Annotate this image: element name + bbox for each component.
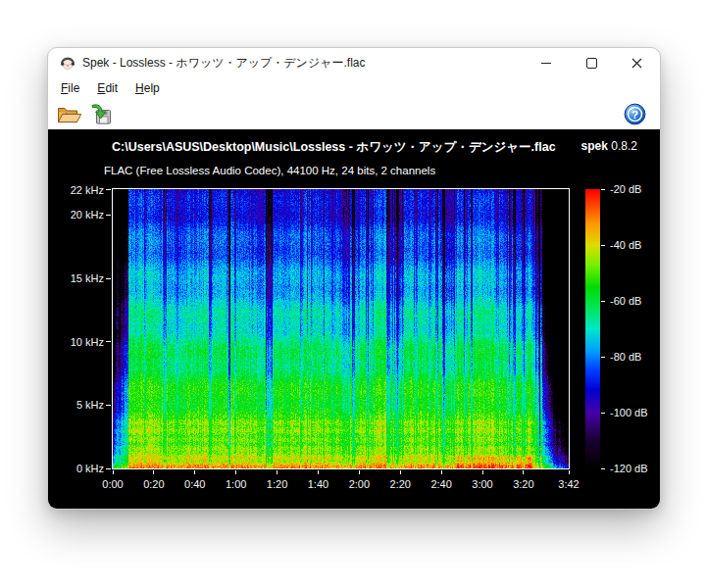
x-tick (441, 470, 442, 474)
format-info-line: FLAC (Free Lossless Audio Codec), 44100 … (104, 165, 435, 176)
x-tick-label: 2:00 (337, 477, 380, 491)
y-tick (106, 341, 111, 342)
save-disk-arrow-icon (89, 104, 113, 125)
y-tick-label: 0 kHz (48, 462, 104, 475)
x-tick-label: 2:20 (378, 477, 422, 491)
x-tick-label: 0:00 (91, 477, 134, 491)
menu-help[interactable]: Help (126, 79, 169, 97)
spek-window: Spek - Lossless - ホワッツ・アップ・デンジャー.flac Fi… (47, 47, 661, 510)
x-tick (153, 470, 154, 474)
y-tick (106, 278, 111, 279)
window-controls (524, 48, 659, 77)
y-tick (106, 468, 111, 469)
x-tick-label: 1:20 (256, 477, 299, 491)
menu-edit[interactable]: Edit (88, 79, 126, 97)
x-tick-label: 3:20 (502, 477, 545, 491)
x-tick (400, 470, 401, 474)
y-tick-label: 22 kHz (48, 183, 104, 197)
legend-bar (585, 189, 600, 468)
legend-tick-label: -60 dB (610, 294, 641, 308)
x-tick (318, 470, 319, 474)
app-name: spek (581, 139, 608, 153)
legend-tick (601, 245, 605, 246)
open-folder-icon (57, 105, 82, 124)
legend-tick (601, 468, 605, 469)
y-tick (106, 215, 111, 216)
toolbar: ? (48, 99, 660, 129)
spectrogram-plot (112, 188, 570, 469)
legend-tick-label: -120 dB (610, 462, 648, 475)
legend-gradient-canvas (585, 189, 600, 468)
minimize-icon (541, 63, 551, 64)
desktop: Spek - Lossless - ホワッツ・アップ・デンジャー.flac Fi… (0, 0, 706, 588)
minimize-button[interactable] (524, 48, 569, 77)
app-version: 0.8.2 (611, 139, 637, 153)
x-tick-label: 1:40 (296, 477, 339, 491)
y-tick (106, 405, 111, 406)
app-version-label: spek 0.8.2 (581, 139, 637, 153)
spectrogram-canvas (113, 189, 569, 468)
close-button[interactable] (614, 48, 659, 77)
menu-bar: File Edit Help (48, 77, 660, 99)
x-tick (523, 470, 524, 474)
legend-tick (601, 189, 605, 190)
close-icon (631, 58, 642, 69)
maximize-icon (586, 58, 597, 69)
x-tick (194, 470, 195, 474)
save-spectrogram-button[interactable] (87, 102, 115, 127)
legend-tick-label: -80 dB (610, 350, 641, 364)
open-file-button[interactable] (56, 102, 83, 127)
x-tick (113, 470, 114, 474)
legend-tick (601, 301, 605, 302)
help-icon: ? (624, 103, 646, 125)
x-tick-label: 0:20 (132, 477, 176, 491)
x-tick-label: 2:40 (420, 477, 463, 491)
menu-file[interactable]: File (52, 79, 88, 97)
x-tick-label: 1:00 (215, 477, 258, 491)
x-tick (235, 470, 236, 474)
y-tick-label: 20 kHz (48, 208, 104, 221)
y-tick-label: 15 kHz (48, 271, 104, 285)
legend-tick (601, 357, 605, 358)
app-icon (60, 55, 76, 71)
y-tick (106, 189, 111, 190)
maximize-button[interactable] (569, 48, 614, 77)
svg-text:?: ? (631, 109, 638, 121)
x-tick (277, 470, 277, 474)
legend-tick-label: -100 dB (610, 406, 648, 419)
title-bar[interactable]: Spek - Lossless - ホワッツ・アップ・デンジャー.flac (48, 48, 660, 77)
window-title: Spek - Lossless - ホワッツ・アップ・デンジャー.flac (82, 55, 365, 72)
x-tick (569, 470, 570, 474)
legend-tick-label: -40 dB (610, 238, 641, 252)
spek-panel: C:\Users\ASUS\Desktop\Music\Lossless - ホ… (48, 129, 660, 509)
legend-tick-label: -20 dB (610, 182, 641, 196)
x-tick (359, 470, 360, 474)
x-tick-label: 3:42 (547, 477, 590, 491)
x-tick-label: 0:40 (174, 477, 217, 491)
file-path-heading: C:\Users\ASUS\Desktop\Music\Lossless - ホ… (112, 139, 556, 156)
y-tick-label: 5 kHz (48, 398, 104, 412)
help-button[interactable]: ? (624, 103, 646, 125)
x-tick (482, 470, 483, 474)
x-tick-label: 3:00 (461, 477, 504, 491)
y-tick-label: 10 kHz (48, 335, 104, 349)
legend-tick (601, 413, 605, 414)
